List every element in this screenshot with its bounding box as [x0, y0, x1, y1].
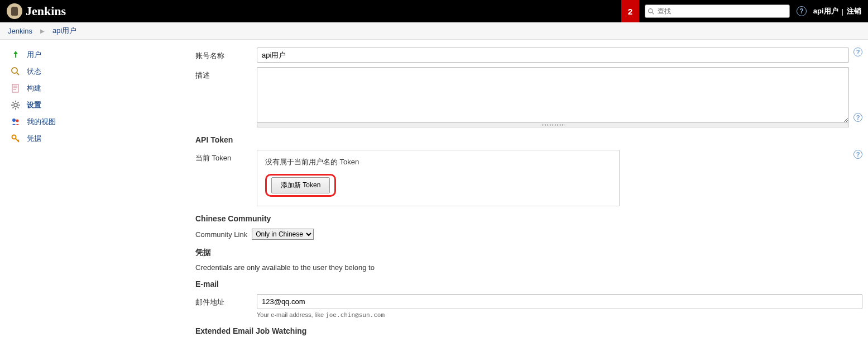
sidebar-item-label: 我的视图	[27, 117, 56, 127]
header-separator: |	[842, 7, 843, 16]
description-textarea[interactable]	[257, 67, 849, 123]
user-link[interactable]: api用户	[813, 6, 838, 16]
community-link-label: Community Link	[195, 230, 247, 239]
sidebar-item-configure[interactable]: 设置	[0, 97, 179, 113]
header-bar: Jenkins 2 ? api用户 | 注销	[0, 0, 868, 22]
email-help-text: Your e-mail address, like joe.chin@sun.c…	[257, 311, 862, 319]
highlighted-button-wrap: 添加新 Token	[265, 174, 336, 197]
main-content: 账号名称 ? 描述 ? API Token 当前 Token 没有属于当前用户名…	[179, 40, 868, 341]
sidebar-item-label: 构建	[27, 83, 41, 93]
people-icon	[10, 116, 21, 127]
svg-point-0	[649, 8, 653, 12]
sidebar-item-user[interactable]: 用户	[0, 46, 179, 63]
sidebar-item-label: 状态	[27, 67, 41, 77]
account-name-label: 账号名称	[195, 48, 257, 61]
help-icon[interactable]: ?	[853, 113, 862, 122]
gear-icon	[10, 100, 21, 111]
svg-point-17	[12, 119, 16, 122]
sidebar-item-label: 设置	[27, 100, 41, 110]
breadcrumb-item-root[interactable]: Jenkins	[8, 27, 32, 35]
notification-badge[interactable]: 2	[621, 0, 639, 22]
search-icon	[648, 7, 655, 15]
svg-line-3	[17, 73, 19, 75]
current-token-label: 当前 Token	[195, 150, 257, 163]
logo-text: Jenkins	[26, 4, 66, 18]
user-up-icon	[10, 49, 21, 60]
sidebar-item-builds[interactable]: 构建	[0, 80, 179, 97]
description-label: 描述	[195, 67, 257, 80]
search-box[interactable]	[645, 4, 790, 18]
jenkins-logo-icon	[7, 3, 22, 19]
email-label: 邮件地址	[195, 294, 257, 307]
sidebar-item-credentials[interactable]: 凭据	[0, 130, 179, 147]
sidebar-item-status[interactable]: 状态	[0, 63, 179, 80]
ext-email-header: Extended Email Job Watching	[195, 326, 862, 335]
svg-rect-4	[12, 84, 18, 92]
svg-line-1	[652, 12, 654, 14]
sidebar-item-label: 用户	[27, 50, 41, 60]
credentials-note: Credentials are only available to the us…	[195, 263, 862, 272]
svg-point-8	[14, 103, 17, 107]
credentials-header: 凭据	[195, 248, 862, 258]
account-name-input[interactable]	[257, 48, 849, 63]
sidebar-item-myviews[interactable]: 我的视图	[0, 113, 179, 130]
svg-point-18	[16, 120, 19, 122]
document-icon	[10, 83, 21, 94]
svg-line-13	[13, 102, 14, 103]
sidebar: 用户 状态 构建 设置 我的视图 凭据	[0, 40, 179, 341]
search-input[interactable]	[655, 7, 787, 15]
community-link-select[interactable]: Only in Chinese	[252, 229, 314, 240]
key-icon	[10, 133, 21, 144]
token-box: 没有属于当前用户名的 Token 添加新 Token	[257, 150, 620, 206]
svg-line-14	[18, 107, 19, 108]
magnifier-icon	[10, 66, 21, 77]
chevron-right-icon: ▶	[40, 28, 45, 34]
logout-link[interactable]: 注销	[847, 6, 861, 16]
logo-area[interactable]: Jenkins	[7, 3, 66, 19]
resize-handle-icon[interactable]	[257, 123, 849, 127]
svg-point-2	[12, 68, 17, 73]
svg-point-19	[12, 135, 16, 139]
breadcrumb: Jenkins ▶ api用户	[0, 22, 868, 40]
email-input[interactable]	[257, 294, 862, 309]
sidebar-item-label: 凭据	[27, 134, 41, 144]
chinese-community-header: Chinese Community	[195, 214, 862, 223]
svg-line-21	[18, 140, 19, 141]
svg-line-16	[18, 102, 19, 103]
api-token-header: API Token	[195, 135, 862, 144]
email-header: E-mail	[195, 280, 862, 288]
help-icon[interactable]: ?	[853, 150, 862, 159]
breadcrumb-item-user[interactable]: api用户	[52, 26, 76, 36]
add-token-button[interactable]: 添加新 Token	[271, 177, 330, 193]
help-icon[interactable]: ?	[797, 6, 807, 16]
help-icon[interactable]: ?	[853, 48, 862, 56]
no-token-message: 没有属于当前用户名的 Token	[265, 157, 611, 167]
svg-line-15	[13, 107, 14, 108]
